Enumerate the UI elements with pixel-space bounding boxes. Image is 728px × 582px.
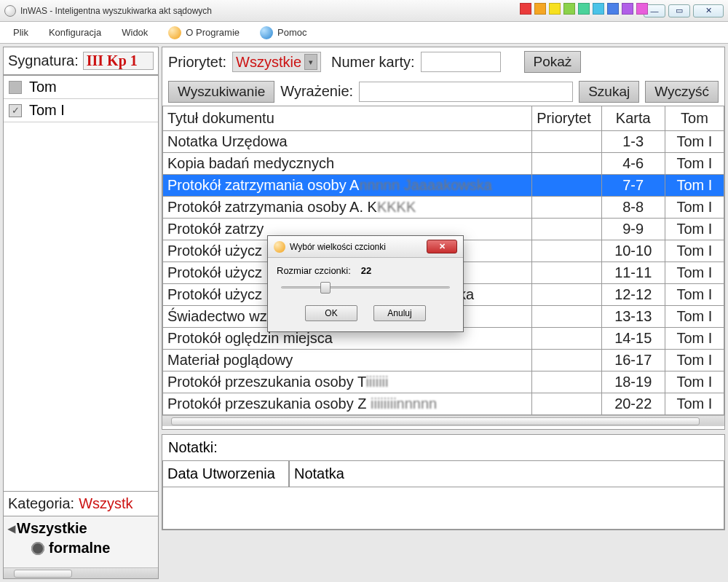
search-button[interactable]: Szukaj	[579, 81, 639, 103]
font-size-dialog: Wybór wielkości czcionki ✕ Rozmiar czcio…	[267, 235, 464, 332]
show-button[interactable]: Pokaż	[524, 51, 582, 73]
cell-priority	[532, 350, 601, 371]
left-panel: Sygnatura: III Kp 1 Tom ✓Tom I Kategoria…	[3, 47, 159, 579]
dialog-icon	[274, 241, 285, 253]
menu-about[interactable]: O Programie	[168, 26, 240, 39]
menu-config[interactable]: Konfiguracja	[49, 27, 101, 38]
cell-priority	[532, 153, 601, 175]
cell-priority	[532, 371, 601, 393]
cell-tom: Tom I	[665, 219, 724, 240]
tree-all[interactable]: Wszystkie	[17, 520, 87, 536]
grid-hscroll[interactable]	[162, 415, 724, 426]
cell-priority	[532, 328, 601, 350]
cell-tom: Tom I	[665, 153, 724, 175]
expression-input[interactable]	[359, 82, 573, 102]
search-toggle-button[interactable]: Wyszukiwanie	[168, 81, 274, 103]
cell-tom: Tom I	[665, 306, 724, 328]
clear-button[interactable]: Wyczyść	[645, 81, 719, 103]
palette-color	[534, 3, 546, 15]
category-tree[interactable]: ◂Wszystkie formalne	[4, 516, 158, 578]
cell-title: Protokół przeszukania osoby Z iiiiiiiinn…	[163, 393, 532, 415]
cell-tom: Tom I	[665, 284, 724, 306]
close-button[interactable]: ✕	[693, 4, 724, 17]
table-row[interactable]: Protokół zatrzymania osoby Annnnn Jaaaak…	[163, 175, 724, 197]
table-row[interactable]: Kopia badań medycznych4-6Tom I	[163, 153, 724, 175]
cell-priority	[532, 197, 601, 219]
cell-tom: Tom I	[665, 131, 724, 153]
font-size-value: 22	[361, 265, 371, 276]
cell-card: 20-22	[601, 393, 665, 415]
palette-color	[607, 3, 619, 15]
cell-priority	[532, 240, 601, 262]
tom-header-check[interactable]	[9, 81, 22, 94]
cell-priority	[532, 284, 601, 306]
col-priority[interactable]: Priorytet	[532, 106, 601, 131]
menu-view[interactable]: Widok	[122, 27, 148, 38]
font-size-slider[interactable]	[281, 280, 450, 294]
tree-hscroll[interactable]	[4, 567, 158, 578]
cell-card: 13-13	[601, 306, 665, 328]
info-icon	[168, 26, 181, 39]
table-row[interactable]: Protokół przeszukania osoby Z iiiiiiiinn…	[163, 393, 724, 415]
col-card[interactable]: Karta	[601, 106, 665, 131]
cell-tom: Tom I	[665, 262, 724, 284]
notes-body[interactable]	[162, 487, 724, 530]
cell-priority	[532, 306, 601, 328]
cell-card: 10-10	[601, 240, 665, 262]
cell-card: 12-12	[601, 284, 665, 306]
cell-tom: Tom I	[665, 197, 724, 219]
notes-col-date[interactable]: Data Utworzenia	[162, 461, 289, 487]
table-row[interactable]: Notatka Urzędowa1-3Tom I	[163, 131, 724, 153]
cell-tom: Tom I	[665, 175, 724, 197]
cell-priority	[532, 393, 601, 415]
grid-hscroll-thumb[interactable]	[171, 417, 700, 425]
palette-color	[636, 3, 648, 15]
table-row[interactable]: Protokół zatrzymania osoby A. KKKKK8-8To…	[163, 197, 724, 219]
expression-label: Wyrażenie:	[280, 83, 353, 100]
cell-tom: Tom I	[665, 371, 724, 393]
palette-color	[520, 3, 531, 15]
notes-col-note[interactable]: Notatka	[289, 461, 724, 487]
tree-item-formalne[interactable]: formalne	[49, 540, 110, 557]
cell-card: 1-3	[601, 131, 665, 153]
priority-label: Priorytet:	[168, 54, 226, 71]
tom-row[interactable]: ✓Tom I	[4, 99, 158, 122]
menubar: Plik Konfiguracja Widok O Programie Pomo…	[0, 22, 728, 44]
cell-title: Protokół zatrzymania osoby A. KKKKK	[163, 197, 532, 219]
palette-color	[563, 3, 575, 15]
cell-card: 9-9	[601, 219, 665, 240]
priority-combo[interactable]: Wszystkie▾	[232, 52, 321, 72]
dialog-close-button[interactable]: ✕	[427, 240, 457, 253]
maximize-button[interactable]: ▭	[668, 4, 690, 17]
dialog-cancel-button[interactable]: Anuluj	[373, 305, 426, 321]
card-number-input[interactable]	[421, 52, 501, 72]
help-icon	[260, 26, 273, 39]
palette-color	[578, 3, 590, 15]
cell-priority	[532, 175, 601, 197]
col-title[interactable]: Tytuł dokumentu	[163, 106, 532, 131]
notes-panel: Notatki: Data Utworzenia Notatka	[162, 434, 725, 530]
palette-color	[622, 3, 633, 15]
signature-value[interactable]: III Kp 1	[83, 52, 154, 70]
cell-card: 16-17	[601, 350, 665, 371]
cell-tom: Tom I	[665, 393, 724, 415]
table-row[interactable]: Materiał poglądowy16-17Tom I	[163, 350, 724, 371]
menu-help[interactable]: Pomoc	[260, 26, 306, 39]
notes-header: Notatki:	[162, 435, 724, 461]
cell-tom: Tom I	[665, 328, 724, 350]
category-value[interactable]: Wszystk	[79, 495, 132, 512]
cell-card: 14-15	[601, 328, 665, 350]
col-tom[interactable]: Tom	[665, 106, 724, 131]
cell-title: Protokół zatrzymania osoby Annnnn Jaaaak…	[163, 175, 532, 197]
menu-file[interactable]: Plik	[13, 27, 28, 38]
dialog-ok-button[interactable]: OK	[305, 305, 357, 321]
slider-handle[interactable]	[320, 282, 331, 294]
cell-card: 18-19	[601, 371, 665, 393]
tom-check[interactable]: ✓	[9, 104, 22, 117]
cell-priority	[532, 219, 601, 240]
signature-label: Sygnatura:	[8, 52, 79, 69]
palette-color	[593, 3, 604, 15]
table-row[interactable]: Protokół przeszukania osoby Tiiiiiii18-1…	[163, 371, 724, 393]
tree-hscroll-thumb[interactable]	[14, 570, 72, 578]
cell-tom: Tom I	[665, 240, 724, 262]
